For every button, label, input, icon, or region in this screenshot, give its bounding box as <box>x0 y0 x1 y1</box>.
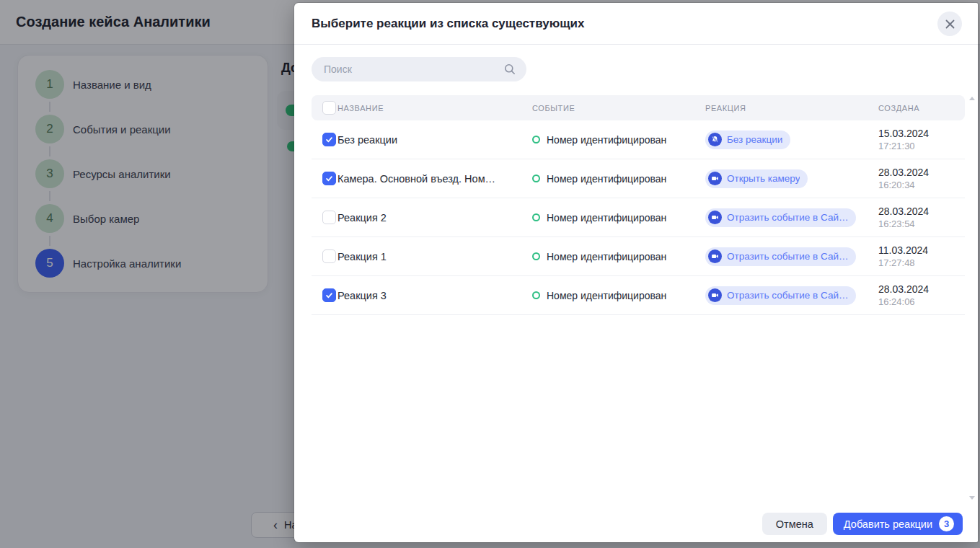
modal-header: Выберите реакции из списка существующих <box>294 3 978 45</box>
event-status-icon <box>532 213 540 221</box>
add-reactions-label: Добавить реакции <box>844 518 932 530</box>
reaction-label: Отразить событие в Сай… <box>727 290 848 301</box>
camera-icon <box>711 213 719 221</box>
check-icon <box>325 136 333 143</box>
created-time: 17:27:48 <box>878 257 965 269</box>
event-status-icon <box>532 136 540 143</box>
close-button[interactable] <box>937 12 962 36</box>
row-checkbox[interactable] <box>322 249 336 263</box>
reaction-label: Открыть камеру <box>727 173 800 184</box>
created-time: 16:23:54 <box>878 218 965 230</box>
created-date: 11.03.2024 <box>878 244 965 257</box>
screen: Создание кейса Аналитики 1 Название и ви… <box>0 0 980 548</box>
event-name: Номер идентифицирован <box>547 134 666 146</box>
event-status-icon <box>532 174 540 182</box>
created-time: 16:20:34 <box>878 179 965 191</box>
search-input[interactable] <box>312 57 495 81</box>
table-row[interactable]: Реакция 2 Номер идентифицирован Отразить… <box>312 198 965 237</box>
cancel-button[interactable]: Отмена <box>762 513 827 535</box>
scroll-up-icon[interactable] <box>969 97 975 100</box>
reaction-label: Отразить событие в Сай… <box>727 212 848 223</box>
created-date: 15.03.2024 <box>878 127 965 140</box>
check-icon <box>325 174 333 182</box>
reaction-name: Реакция 1 <box>337 251 387 262</box>
created-date: 28.03.2024 <box>878 205 965 218</box>
modal-footer: Отмена Добавить реакции 3 <box>294 513 978 542</box>
event-status-icon <box>532 291 540 299</box>
reaction-label: Без реакции <box>727 134 782 145</box>
column-header-name: НАЗВАНИЕ <box>337 104 384 112</box>
reaction-name: Без реакции <box>337 134 397 146</box>
event-name: Номер идентифицирован <box>547 173 666 185</box>
check-icon <box>325 291 333 299</box>
event-status-icon <box>532 252 540 260</box>
search-box <box>312 57 526 81</box>
event-name: Номер идентифицирован <box>547 290 666 301</box>
select-reactions-modal: Выберите реакции из списка существующих <box>294 3 978 542</box>
reaction-badge: Отразить событие в Сай… <box>705 247 856 266</box>
row-checkbox[interactable] <box>322 288 336 302</box>
event-name: Номер идентифицирован <box>547 251 666 262</box>
scroll-down-icon[interactable] <box>969 496 975 500</box>
reaction-badge-icon <box>708 133 722 146</box>
created-date: 28.03.2024 <box>878 166 965 179</box>
modal-body: НАЗВАНИЕ СОБЫТИЕ РЕАКЦИЯ СОЗДАНА Без реа… <box>294 45 978 315</box>
table-row[interactable]: Камера. Основной въезд. Ном… Номер идент… <box>312 159 965 198</box>
selected-count-badge: 3 <box>939 516 954 531</box>
row-checkbox[interactable] <box>322 211 336 224</box>
table-row[interactable]: Реакция 3 Номер идентифицирован Отразить… <box>312 276 965 315</box>
column-header-reaction: РЕАКЦИЯ <box>705 104 746 112</box>
reaction-name: Реакция 3 <box>337 290 387 301</box>
reaction-badge: Отразить событие в Сай… <box>705 208 856 227</box>
reaction-badge-icon <box>708 288 722 302</box>
reaction-badge-icon <box>708 172 722 185</box>
reactions-table: НАЗВАНИЕ СОБЫТИЕ РЕАКЦИЯ СОЗДАНА Без реа… <box>312 95 965 315</box>
camera-icon <box>711 291 719 299</box>
search-icon <box>504 63 516 78</box>
created-date: 28.03.2024 <box>878 283 965 296</box>
created-time: 16:24:06 <box>878 296 965 308</box>
row-checkbox[interactable] <box>322 133 336 146</box>
created-time: 17:21:30 <box>878 140 965 152</box>
select-all-checkbox[interactable] <box>322 101 336 115</box>
reaction-badge-icon <box>708 249 722 263</box>
row-checkbox[interactable] <box>322 172 336 185</box>
reaction-badge: Открыть камеру <box>705 169 808 188</box>
camera-icon <box>711 252 719 260</box>
reaction-badge: Отразить событие в Сай… <box>705 286 856 305</box>
event-name: Номер идентифицирован <box>547 212 666 224</box>
column-header-event: СОБЫТИЕ <box>532 104 575 112</box>
table-header-row: НАЗВАНИЕ СОБЫТИЕ РЕАКЦИЯ СОЗДАНА <box>312 95 965 120</box>
add-reactions-button[interactable]: Добавить реакции 3 <box>833 513 963 535</box>
bell-off-icon <box>711 136 719 143</box>
column-header-created: СОЗДАНА <box>878 104 965 112</box>
table-row[interactable]: Без реакции Номер идентифицирован Без ре… <box>312 120 965 159</box>
reaction-label: Отразить событие в Сай… <box>727 251 848 262</box>
reaction-badge: Без реакции <box>705 131 790 149</box>
table-body: Без реакции Номер идентифицирован Без ре… <box>312 120 965 315</box>
reaction-name: Камера. Основной въезд. Ном… <box>337 173 495 185</box>
modal-title: Выберите реакции из списка существующих <box>312 17 584 31</box>
close-icon <box>945 19 955 29</box>
reaction-badge-icon <box>708 211 722 224</box>
camera-icon <box>711 174 719 182</box>
table-row[interactable]: Реакция 1 Номер идентифицирован Отразить… <box>312 237 965 276</box>
reaction-name: Реакция 2 <box>337 212 387 224</box>
